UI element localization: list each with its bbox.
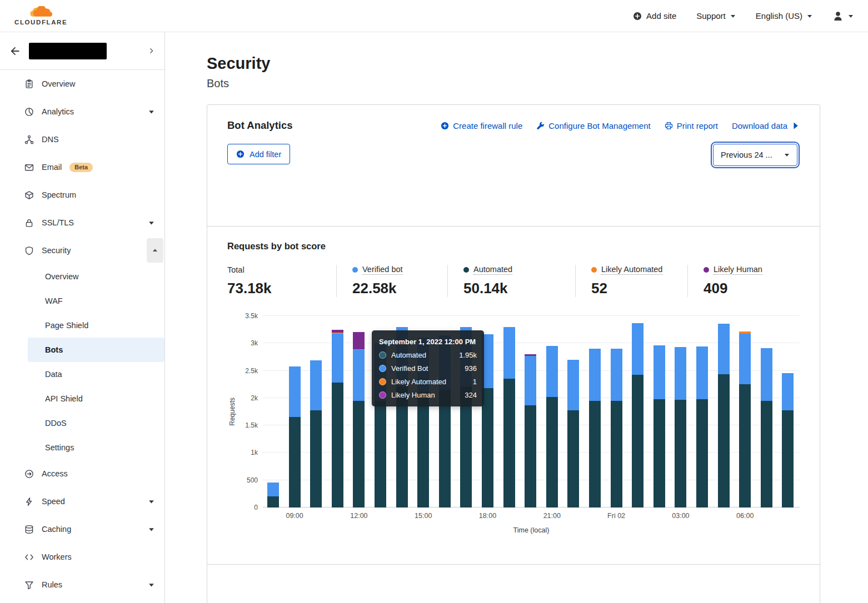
- x-tick-label: 15:00: [415, 512, 432, 520]
- bar-segment: [696, 399, 708, 507]
- download-data-link[interactable]: Download data: [732, 121, 800, 130]
- sidebar-item-ssl-tls[interactable]: SSL/TLS: [0, 209, 164, 237]
- sidebar-item-api-shield[interactable]: API Shield: [0, 386, 164, 411]
- x-axis-title: Time (local): [263, 526, 800, 534]
- bar-segment: [739, 334, 751, 385]
- sidebar-item-settings[interactable]: Settings: [0, 435, 164, 460]
- chevron-down-icon[interactable]: [148, 220, 154, 226]
- sidebar-item-speed[interactable]: Speed: [0, 488, 164, 515]
- chevron-down-icon[interactable]: [148, 526, 154, 532]
- sidebar-item-waf[interactable]: WAF: [0, 289, 164, 313]
- code-brackets-icon: [24, 552, 34, 562]
- back-arrow-icon[interactable]: [10, 46, 20, 56]
- chart-bar[interactable]: [310, 360, 322, 507]
- chart-bar[interactable]: [654, 345, 665, 507]
- chart-bar[interactable]: [782, 373, 794, 507]
- chart-bar[interactable]: [503, 327, 515, 507]
- section-collapse-handle[interactable]: [147, 238, 163, 263]
- sidebar-item-dns[interactable]: DNS: [0, 125, 164, 153]
- stat-label: Likely Automated: [601, 265, 662, 275]
- tooltip-legend-dot: [379, 391, 386, 399]
- bar-segment: [739, 384, 751, 507]
- plus-circle-icon: [236, 150, 245, 158]
- sidebar-item-workers[interactable]: Workers: [0, 543, 164, 571]
- action-label: Print report: [677, 121, 718, 130]
- create-firewall-rule-link[interactable]: Create firewall rule: [441, 121, 522, 130]
- account-menu[interactable]: [832, 11, 854, 22]
- stat-label: Automated: [473, 265, 512, 275]
- bar-segment: [417, 393, 429, 507]
- bar-segment: [654, 399, 665, 507]
- bar-segment: [482, 388, 493, 507]
- beta-badge: Beta: [69, 163, 93, 172]
- bar-segment: [546, 397, 558, 507]
- sidebar-item-ddos[interactable]: DDoS: [0, 411, 164, 435]
- legend-dot: [352, 267, 358, 273]
- add-filter-button[interactable]: Add filter: [227, 144, 290, 164]
- sidebar-subitem-label: Bots: [45, 345, 63, 354]
- language-menu[interactable]: English (US): [756, 11, 812, 21]
- bar-segment: [503, 379, 515, 507]
- sidebar-item-caching[interactable]: Caching: [0, 515, 164, 543]
- site-name-redacted: [29, 43, 107, 59]
- tooltip-row: Verified Bot936: [379, 364, 477, 373]
- chevron-right-icon[interactable]: [148, 48, 154, 54]
- tooltip-row-value: 1: [473, 378, 477, 386]
- tooltip-title: September 1, 2022 12:00 PM: [379, 338, 477, 346]
- chart-bar[interactable]: [611, 349, 622, 507]
- topbar: CLOUDFLARE Add site Support English (US): [0, 0, 868, 32]
- gridline: [263, 315, 800, 316]
- chart-bar[interactable]: [332, 330, 343, 507]
- sidebar-item-data[interactable]: Data: [0, 362, 164, 386]
- tooltip-row: Likely Human324: [379, 391, 477, 399]
- bar-segment: [503, 327, 515, 379]
- configure-bot-management-link[interactable]: Configure Bot Management: [536, 121, 650, 130]
- chart-bar[interactable]: [718, 324, 730, 507]
- support-menu[interactable]: Support: [696, 11, 736, 21]
- chart-bar[interactable]: [675, 347, 686, 507]
- add-filter-label: Add filter: [250, 150, 281, 159]
- sidebar-item-security-overview[interactable]: Overview: [0, 264, 164, 289]
- tooltip-row-label: Verified Bot: [391, 364, 428, 373]
- network-icon: [24, 135, 34, 144]
- chart-bar[interactable]: [761, 348, 772, 507]
- legend-dot: [704, 267, 709, 273]
- chart-bar[interactable]: [589, 349, 601, 507]
- chevron-down-icon[interactable]: [148, 582, 154, 588]
- cloudflare-logo[interactable]: CLOUDFLARE: [14, 6, 67, 26]
- add-site-button[interactable]: Add site: [633, 11, 676, 21]
- sidebar-item-bots[interactable]: Bots: [28, 338, 164, 362]
- card-actions: Create firewall ruleConfigure Bot Manage…: [441, 121, 800, 130]
- sidebar-item-access[interactable]: Access: [0, 460, 164, 488]
- chart-bar[interactable]: [567, 360, 579, 507]
- sidebar-item-spectrum[interactable]: Spectrum: [0, 181, 164, 209]
- wrench-icon: [536, 122, 545, 130]
- chart-plot-area: September 1, 2022 12:00 PM Automated1.95…: [263, 316, 800, 507]
- chevron-down-icon[interactable]: [148, 499, 154, 505]
- sidebar-item-analytics[interactable]: Analytics: [0, 98, 164, 125]
- chart-bar[interactable]: [546, 346, 558, 507]
- bar-segment: [696, 346, 708, 399]
- chart-bar[interactable]: [632, 323, 643, 507]
- sidebar-item-overview[interactable]: Overview: [0, 70, 164, 98]
- chart-bar[interactable]: [267, 483, 279, 507]
- chart-bar[interactable]: [525, 354, 536, 507]
- sidebar-nav: OverviewAnalyticsDNSEmailBetaSpectrumSSL…: [0, 70, 164, 599]
- sidebar-item-rules[interactable]: Rules: [0, 571, 164, 599]
- chevron-down-icon[interactable]: [148, 109, 154, 115]
- sidebar-item-email[interactable]: EmailBeta: [0, 153, 164, 181]
- chart-bar[interactable]: [353, 332, 365, 507]
- requests-by-bot-score-section: Requests by bot score Total73.18kVerifie…: [207, 226, 820, 564]
- time-range-select[interactable]: Previous 24 ...: [713, 144, 797, 166]
- y-axis-ticks: 05001k1.5k2k2.5k3k3.5k: [237, 316, 263, 507]
- chart-bar[interactable]: [289, 366, 301, 507]
- stat-value: 52: [591, 280, 672, 297]
- sidebar-item-security[interactable]: Security: [0, 237, 164, 264]
- sidebar-subitem-label: Data: [45, 370, 62, 379]
- bar-segment: [310, 360, 322, 410]
- sidebar-item-page-shield[interactable]: Page Shield: [0, 313, 164, 338]
- chart-bar[interactable]: [739, 331, 751, 507]
- tooltip-row-value: 324: [465, 391, 477, 399]
- print-report-link[interactable]: Print report: [665, 121, 718, 130]
- chart-bar[interactable]: [696, 346, 708, 507]
